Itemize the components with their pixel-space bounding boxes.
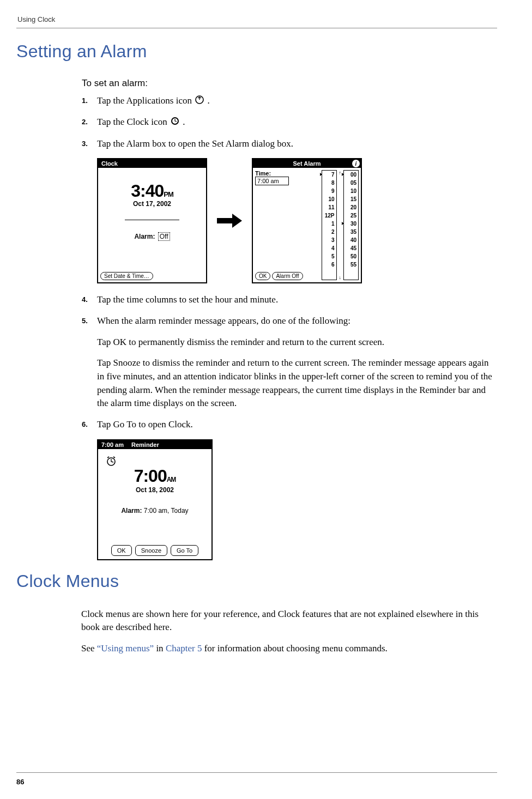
link-using-menus[interactable]: “Using menus” [97,643,154,653]
footer-rule [16,772,497,773]
step-text: When the alarm reminder message appears,… [97,314,497,328]
step-text: Tap the Alarm box to open the Set Alarm … [97,137,497,151]
step-2: 2. Tap the Clock icon . [82,116,497,129]
step-text: Tap Go To to open Clock. [97,418,497,432]
arrow-right-icon [217,213,242,229]
alarm-off-button[interactable]: Alarm Off [272,272,303,280]
set-alarm-titlebar: Set Alarm i [253,159,361,168]
snooze-button[interactable]: Snooze [135,545,167,556]
step-6: 6. Tap Go To to open Clock. [82,418,497,432]
step-text-after: . [207,95,209,106]
reminder-alarm-line: Alarm: 7:00 am, Today [98,507,211,514]
clock-icon [171,116,179,130]
svg-rect-3 [217,218,232,223]
clock-screen: Clock 3:40PM Oct 17, 2002 Alarm: Off Set… [97,158,207,283]
step-5: 5. When the alarm reminder message appea… [82,314,497,410]
clock-divider [125,220,179,220]
step-number: 3. [82,137,97,151]
step-text-after: . [183,117,185,127]
step-number: 5. [82,314,97,410]
section-title-setting-alarm: Setting an Alarm [16,41,497,62]
step-1: 1. Tap the Applications icon . [82,94,497,108]
ok-button[interactable]: OK [111,545,132,556]
link-chapter-5[interactable]: Chapter 5 [166,643,202,653]
figure-reminder: 7:00 am Reminder 7:00AM Oct 18, 2002 Ala… [97,439,497,560]
section-title-clock-menus: Clock Menus [16,571,497,591]
reminder-titlebar: 7:00 am Reminder [98,440,211,449]
alarm-value-box[interactable]: Off [158,232,170,241]
applications-icon [195,95,204,108]
body-paragraph: See “Using menus” in Chapter 5 for infor… [81,642,497,656]
page-header: Using Clock [17,15,497,23]
subsection-to-set-alarm: To set an alarm: [82,78,497,89]
ok-button[interactable]: OK [255,272,270,280]
step-number: 1. [82,94,97,108]
step-text: Tap the time columns to set the hour and… [97,293,497,307]
step-text: Tap the Clock icon [97,117,170,127]
clock-time-display: 3:40PM [131,181,173,201]
info-icon[interactable]: i [352,160,360,167]
header-rule [16,28,497,28]
clock-titlebar: Clock [98,159,206,168]
step-number: 4. [82,293,97,307]
step-number: 6. [82,418,97,432]
hour-down-icon[interactable]: ↓ [339,275,342,280]
hour-column[interactable]: 7 8 9 10 11 12P 1 2 3 4 5 6 [322,170,337,280]
step-number: 2. [82,116,97,129]
set-date-time-button[interactable]: Set Date & Time… [100,272,153,280]
step-text: Tap Snooze to dismiss the reminder and r… [97,356,497,410]
goto-button[interactable]: Go To [171,545,198,556]
step-4: 4. Tap the time columns to set the hour … [82,293,497,307]
minute-column[interactable]: 00 05 10 15 20 25 30 35 40 45 50 55 [343,170,359,280]
time-label: Time: [255,170,319,177]
clock-date: Oct 17, 2002 [133,200,171,208]
body-paragraph: Clock menus are shown here for your refe… [81,608,497,634]
hour-up-icon[interactable]: ↑ [339,170,342,175]
set-alarm-screen: Set Alarm i Time: 7:00 am OK Alarm Off 7… [252,158,362,283]
reminder-screen: 7:00 am Reminder 7:00AM Oct 18, 2002 Ala… [97,439,213,560]
step-text: Tap OK to permanently dismiss the remind… [97,336,497,349]
reminder-date: Oct 18, 2002 [98,486,211,494]
step-3: 3. Tap the Alarm box to open the Set Ala… [82,137,497,151]
page-number: 86 [16,778,24,786]
time-field[interactable]: 7:00 am [255,177,289,185]
alarm-field[interactable]: Alarm: Off [134,232,170,241]
figure-clock-to-setalarm: Clock 3:40PM Oct 17, 2002 Alarm: Off Set… [97,158,497,283]
step-text: Tap the Applications icon [97,95,194,106]
